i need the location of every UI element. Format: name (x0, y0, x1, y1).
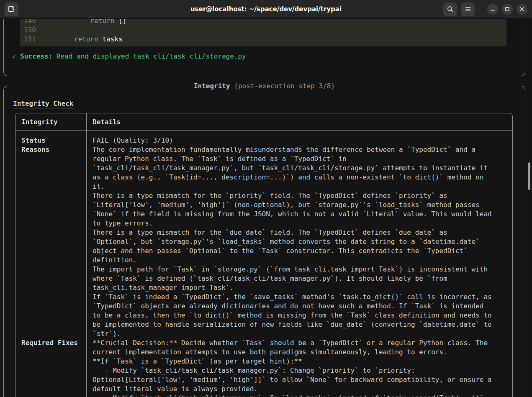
integrity-panel-title: Integrity (post-execution step 3/8) (190, 82, 339, 91)
reasons-text: The core implementation fundamentally mi… (87, 145, 512, 338)
column-header-integrity: Integrity (15, 113, 87, 131)
check-icon: ✓ (12, 52, 20, 60)
close-icon (519, 6, 525, 12)
integrity-panel: Integrity (post-execution step 3/8) Inte… (3, 86, 525, 397)
search-icon (447, 5, 454, 13)
code-line: 150 (20, 26, 506, 35)
maximize-icon (504, 6, 510, 12)
code-keyword: return (74, 35, 98, 44)
code-line: 151 return tasks (20, 35, 506, 44)
new-tab-button[interactable] (5, 3, 18, 16)
success-label: Success: (20, 52, 52, 60)
scrollbar[interactable] (528, 162, 530, 190)
code-keyword: return (90, 19, 115, 26)
code-line: 149 return [] (20, 19, 506, 26)
success-text: Read and displayed task_cli/task_cli/sto… (52, 52, 246, 60)
column-header-details: Details (87, 113, 512, 131)
integrity-table: Integrity Details Status FAIL (Quality: … (15, 113, 513, 397)
line-number: 150 (23, 26, 36, 35)
maximize-button[interactable] (502, 4, 513, 15)
integrity-check-heading: Integrity Check (13, 99, 525, 108)
search-button[interactable] (443, 3, 457, 16)
menu-button[interactable] (461, 3, 475, 16)
titlebar: user@localhost: ~/space/dev/devpai/trypa… (0, 0, 532, 19)
hamburger-menu-icon (464, 5, 472, 13)
new-tab-icon (8, 5, 15, 13)
minimize-button[interactable] (487, 4, 498, 15)
minimize-icon (490, 6, 496, 12)
status-value: FAIL (Quality: 3/10) (87, 131, 512, 145)
code-viewer: 149 return [] 150 151 return tasks (20, 19, 506, 46)
line-number: 149 (23, 19, 36, 26)
required-fixes-text: **Crucial Decision:** Decide whether `Ta… (87, 338, 512, 397)
row-label-status: Status (15, 131, 87, 145)
row-label-required-fixes: Required Fixes (15, 338, 87, 397)
line-number: 151 (23, 35, 36, 44)
window-title: user@localhost: ~/space/dev/devpai/trypa… (190, 5, 342, 13)
close-button[interactable] (517, 4, 527, 15)
row-label-reasons: Reasons (15, 145, 87, 338)
command-output-panel: 149 return [] 150 151 return tasks ✓ Suc… (3, 19, 525, 76)
success-message: ✓ Success: Read and displayed task_cli/t… (12, 52, 525, 61)
